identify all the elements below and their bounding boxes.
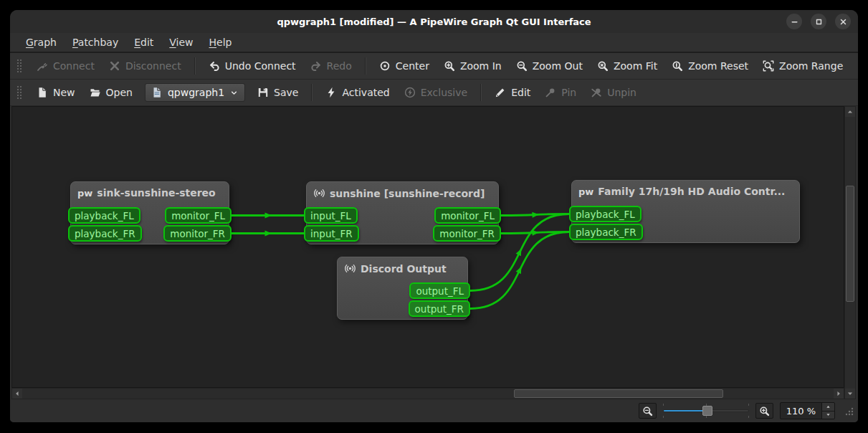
toolbar-drag-handle[interactable] xyxy=(16,58,23,74)
menu-help[interactable]: Help xyxy=(202,34,239,50)
port-playback-fl[interactable]: playback_FL xyxy=(68,207,140,224)
zoom-out-button[interactable]: Zoom Out xyxy=(510,57,589,75)
open-button[interactable]: Open xyxy=(83,83,139,102)
connection-cable[interactable] xyxy=(501,214,569,216)
zoom-value: 110 % xyxy=(781,403,821,419)
exclusive-icon xyxy=(404,87,416,98)
vertical-scrollbar[interactable] xyxy=(844,106,856,399)
horizontal-scroll-thumb[interactable] xyxy=(514,389,723,398)
slider-tick xyxy=(663,416,664,418)
arrow-left-icon xyxy=(14,390,21,397)
zoom-in-icon xyxy=(444,60,455,72)
new-button[interactable]: New xyxy=(30,83,82,102)
vertical-scroll-thumb[interactable] xyxy=(846,186,854,302)
node-discord-output[interactable]: Discord Outputoutput_FLoutput_FR xyxy=(337,257,468,320)
chevron-down-icon xyxy=(229,88,239,97)
horizontal-scroll-track[interactable] xyxy=(22,389,834,399)
port-input-fl[interactable]: input_FL xyxy=(304,207,358,224)
undo-connect-button[interactable]: Undo Connect xyxy=(202,57,302,75)
patchbay-selector[interactable]: qpwgraph1 xyxy=(145,83,245,102)
zoom-slider[interactable] xyxy=(663,404,749,418)
menu-graph[interactable]: Graph xyxy=(19,34,64,50)
port-monitor-fr[interactable]: monitor_FR xyxy=(163,225,232,242)
minimize-button[interactable] xyxy=(786,14,802,29)
spin-down-button[interactable] xyxy=(822,411,834,419)
toolbar-button-label: New xyxy=(53,87,75,98)
node-family-17h-19h-hd-audio-contr[interactable]: pwFamily 17h/19h HD Audio Contr...playba… xyxy=(571,180,800,243)
toolbar-button-label: Zoom Reset xyxy=(688,60,748,72)
spin-up-button[interactable] xyxy=(822,403,834,411)
toolbar-separator xyxy=(194,57,196,75)
node-sunshine-sunshine-record[interactable]: sunshine [sunshine-record]input_FLmonito… xyxy=(306,181,499,244)
horizontal-scrollbar[interactable] xyxy=(11,388,844,399)
vertical-scroll-track[interactable] xyxy=(845,117,855,389)
connect-icon xyxy=(37,60,48,72)
statusbar: 110 % xyxy=(10,399,858,422)
connection-arrow xyxy=(516,249,522,256)
center-button[interactable]: Center xyxy=(373,57,436,75)
titlebar[interactable]: qpwgraph1 [modified] — A PipeWire Graph … xyxy=(10,10,858,33)
zoom-in-button[interactable]: Zoom In xyxy=(437,57,508,75)
menu-patchbay[interactable]: Patchbay xyxy=(65,34,125,50)
activated-button[interactable]: Activated xyxy=(319,83,396,102)
zoom-reset-button[interactable]: Zoom Reset xyxy=(665,57,755,75)
port-monitor-fl[interactable]: monitor_FL xyxy=(434,207,501,224)
port-input-fr[interactable]: input_FR xyxy=(304,225,359,242)
zoom-spinbox[interactable]: 110 % xyxy=(780,402,835,419)
connection-arrow xyxy=(516,267,522,274)
toolbar-button-label: Undo Connect xyxy=(225,60,296,72)
arrow-up-icon xyxy=(846,108,854,115)
scroll-up-button[interactable] xyxy=(845,107,855,117)
toolbar-button-label: Exclusive xyxy=(421,87,467,98)
menu-view[interactable]: View xyxy=(162,34,200,50)
window-maximize-icon xyxy=(814,16,824,27)
node-title-bar: pwFamily 17h/19h HD Audio Contr... xyxy=(572,181,799,197)
scroll-left-button[interactable] xyxy=(12,389,22,399)
disconnect-icon xyxy=(109,60,120,72)
port-output-fl[interactable]: output_FL xyxy=(409,282,470,299)
graph-canvas[interactable]: pwsink-sunshine-stereoplayback_FLmonitor… xyxy=(11,106,844,388)
spin-down-icon xyxy=(825,412,831,417)
zoom-fit-button[interactable]: Zoom Fit xyxy=(591,57,664,75)
save-button[interactable]: Save xyxy=(251,83,305,102)
slider-tick xyxy=(748,416,749,418)
edit-button[interactable]: Edit xyxy=(488,83,537,102)
toolbar-button-label: Activated xyxy=(342,87,389,98)
arrow-right-icon xyxy=(835,390,842,397)
resize-grip[interactable] xyxy=(843,405,854,419)
menu-edit[interactable]: Edit xyxy=(127,34,161,50)
toolbar-button-label: Center xyxy=(396,60,429,72)
toolbar-drag-handle[interactable] xyxy=(16,85,23,100)
connection-arrow xyxy=(265,213,272,219)
redo-icon xyxy=(310,60,322,72)
zoom-out-button[interactable] xyxy=(639,403,657,419)
resize-grip-icon xyxy=(843,405,854,417)
node-title-bar: sunshine [sunshine-record] xyxy=(307,182,498,199)
close-button[interactable] xyxy=(835,14,851,29)
port-playback-fr[interactable]: playback_FR xyxy=(68,225,142,242)
node-sink-sunshine-stereo[interactable]: pwsink-sunshine-stereoplayback_FLmonitor… xyxy=(70,181,229,244)
zoom-range-button[interactable]: Zoom Range xyxy=(756,57,849,75)
toolbar-button-label: Edit xyxy=(511,87,530,98)
port-monitor-fr[interactable]: monitor_FR xyxy=(433,225,501,242)
maximize-button[interactable] xyxy=(811,14,826,29)
zoom-in-button[interactable] xyxy=(755,403,773,419)
pin-button: Pin xyxy=(538,83,583,102)
scroll-right-button[interactable] xyxy=(834,389,844,399)
toolbar-button-label: Save xyxy=(274,87,298,98)
connection-cable[interactable] xyxy=(501,232,569,234)
port-monitor-fl[interactable]: monitor_FL xyxy=(165,207,232,224)
slider-tick xyxy=(663,404,664,406)
central-area: pwsink-sunshine-stereoplayback_FLmonitor… xyxy=(10,106,858,399)
port-output-fr[interactable]: output_FR xyxy=(409,300,470,317)
unpin-button: Unpin xyxy=(584,83,643,102)
zoom-out-icon xyxy=(516,60,528,72)
toolbar-button-label: Redo xyxy=(327,60,352,72)
disconnect-button: Disconnect xyxy=(102,57,188,75)
slider-handle[interactable] xyxy=(702,406,712,416)
pipewire-icon: pw xyxy=(77,189,92,198)
scroll-down-button[interactable] xyxy=(845,389,855,399)
port-playback-fl[interactable]: playback_FL xyxy=(569,206,642,222)
port-playback-fr[interactable]: playback_FR xyxy=(569,224,643,240)
exclusive-button: Exclusive xyxy=(398,83,474,102)
